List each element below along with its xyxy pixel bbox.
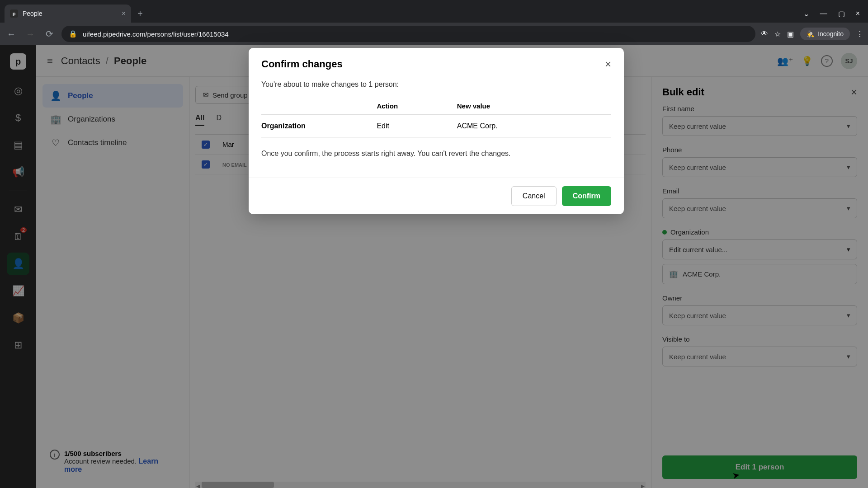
changes-table: Action New value Organization Edit ACME …: [261, 98, 611, 138]
incognito-badge: 🕵 Incognito: [800, 28, 850, 40]
minimize-icon[interactable]: —: [820, 9, 827, 18]
column-new-value: New value: [457, 98, 611, 115]
new-tab-button[interactable]: +: [131, 5, 149, 23]
close-tab-icon[interactable]: ×: [122, 9, 126, 18]
browser-tab-strip: p People × + ⌄ — ▢ ×: [0, 0, 868, 23]
kebab-menu-icon[interactable]: ⋮: [856, 30, 863, 38]
modal-intro-text: You're about to make changes to 1 person…: [261, 80, 611, 89]
extension-icon[interactable]: ▣: [787, 30, 794, 38]
table-row: Organization Edit ACME Corp.: [261, 115, 611, 138]
change-value: ACME Corp.: [457, 115, 611, 138]
url-text: uifeed.pipedrive.com/persons/list/user/1…: [83, 30, 229, 38]
incognito-label: Incognito: [818, 30, 844, 38]
tab-title: People: [23, 10, 42, 17]
chevron-down-icon[interactable]: ⌄: [803, 9, 809, 18]
star-icon[interactable]: ☆: [774, 30, 781, 38]
close-window-icon[interactable]: ×: [856, 9, 860, 18]
reload-icon[interactable]: ⟳: [42, 28, 56, 39]
close-modal-icon[interactable]: ×: [605, 58, 611, 70]
change-field: Organization: [261, 115, 377, 138]
address-bar[interactable]: 🔒 uifeed.pipedrive.com/persons/list/user…: [61, 26, 755, 42]
back-icon[interactable]: ←: [5, 29, 18, 39]
cancel-button[interactable]: Cancel: [511, 186, 557, 206]
browser-tab[interactable]: p People ×: [5, 5, 131, 23]
confirm-button[interactable]: Confirm: [562, 186, 611, 206]
confirm-changes-dialog: Confirm changes × You're about to make c…: [249, 48, 624, 214]
browser-toolbar: ← → ⟳ 🔒 uifeed.pipedrive.com/persons/lis…: [0, 23, 868, 45]
favicon: p: [10, 9, 18, 18]
eye-off-icon[interactable]: 👁: [761, 30, 768, 38]
forward-icon[interactable]: →: [24, 29, 37, 39]
change-action: Edit: [377, 115, 457, 138]
incognito-icon: 🕵: [807, 30, 814, 38]
window-controls: ⌄ — ▢ ×: [795, 5, 868, 23]
column-action: Action: [377, 98, 457, 115]
modal-warning-text: Once you confirm, the process starts rig…: [261, 150, 611, 158]
maximize-icon[interactable]: ▢: [838, 9, 845, 18]
modal-title: Confirm changes: [261, 58, 343, 70]
lock-icon: 🔒: [69, 30, 77, 38]
